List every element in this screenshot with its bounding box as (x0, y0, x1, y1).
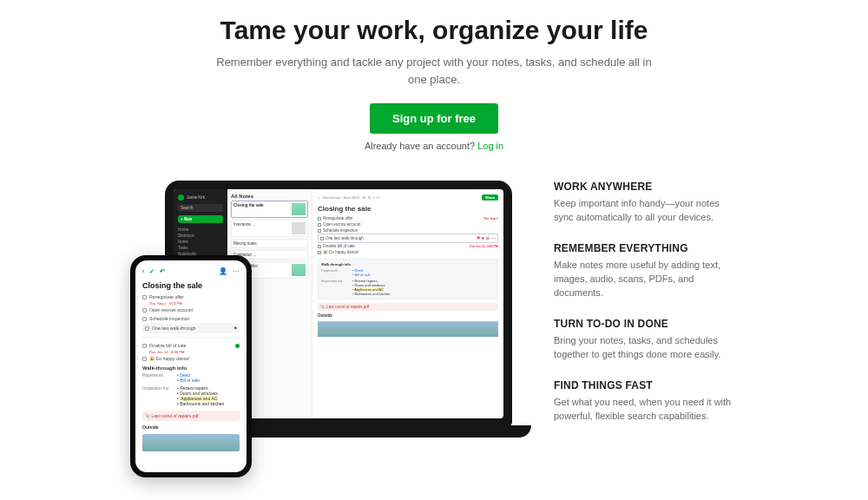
status-dot-icon (235, 344, 240, 348)
todo-text: Schedule inspection (323, 228, 358, 233)
note-thumb-icon (292, 222, 306, 234)
note-card: Insurance ... (231, 220, 308, 237)
checkbox-icon (142, 357, 147, 361)
product-mockup: Jamie Kirk Search + New Home Shortcuts N… (130, 181, 512, 467)
feature-title: WORK ANYWHERE (554, 181, 738, 193)
photo-caption: Outside (318, 313, 498, 318)
checkbox-icon (318, 229, 321, 233)
todo-text: One last walk-through (326, 236, 364, 240)
todo-text: One last walk-through (152, 326, 195, 331)
table-item: Bathrooms and kitchen (355, 292, 391, 296)
sidebar-item: Shortcuts (178, 233, 223, 239)
expand-icon: ⤢ (318, 195, 320, 200)
user-name: Jamie Kirk (187, 195, 205, 200)
hero-subtitle: Remember everything and tackle any proje… (208, 54, 660, 88)
note-card-title: Closing the sale (233, 203, 264, 207)
checkbox-icon (318, 217, 321, 220)
table-label: Inspection list (321, 279, 347, 296)
sidebar-item: Tasks (178, 245, 223, 251)
feature-block: FIND THINGS FAST Get what you need, when… (554, 379, 738, 424)
checkbox-icon (318, 223, 321, 227)
hero-section: Tame your work, organize your life Remem… (0, 0, 868, 156)
list-header: All Notes (231, 194, 308, 199)
row-item: Bill of sale (180, 378, 200, 383)
todo-text: Open escrow account (323, 222, 361, 227)
phone-note-title: Closing the sale (142, 281, 240, 290)
note-thumb-icon (292, 203, 306, 215)
attachment-name: Last round of repairs.pdf (326, 305, 369, 309)
phone-todo: 🎉 Do happy dance! (142, 354, 240, 363)
phone-photo-caption: Outside (142, 424, 240, 430)
phone-todo: Open escrow account (142, 306, 240, 314)
undo-icon: ↶ (160, 268, 165, 275)
check-icon: ✓ (149, 268, 155, 275)
walkthrough-table: Walk-through info Paperwork• Deed• Bill … (318, 259, 498, 299)
checkbox-icon (145, 326, 149, 331)
features-column: WORK ANYWHERE Keep important info handy—… (554, 181, 738, 440)
checkbox-icon (318, 251, 321, 254)
feature-body: Bring your notes, tasks, and schedules t… (554, 334, 738, 362)
todo-item: Renegotiate offerThu, Sep 2 (318, 215, 498, 221)
todo-text: Renegotiate offer (323, 216, 352, 220)
sidebar-item: Home (178, 227, 223, 233)
todo-item: Finalize bill of saleDue Jun 14, 3:30 PM (318, 243, 498, 249)
attachment-name: Last round of repairs.pdf (151, 413, 198, 418)
todo-text: Renegotiate offer (149, 294, 184, 299)
phone-screen: ‹✓↶ 👤⋯ Closing the sale Renegotiate offe… (135, 260, 247, 472)
todo-text: Finalize bill of sale (323, 244, 355, 248)
search-label: Search (181, 206, 193, 210)
feature-block: TURN TO-DO IN DONE Bring your notes, tas… (554, 318, 738, 362)
note-card: Closing the sale (231, 201, 308, 218)
table-label: Paperwork (321, 268, 347, 277)
todo-text: Finalize bill of sale (149, 343, 186, 348)
phone-todo: Finalize bill of sale (142, 341, 240, 350)
todo-text: Open escrow account (149, 307, 193, 312)
todo-item: Schedule inspection (318, 227, 498, 234)
login-link[interactable]: Log in (477, 141, 503, 151)
app-search: Search (178, 204, 223, 212)
attachment-chip: 📎 Last round of repairs.pdf (318, 303, 498, 311)
share-button: Share (482, 194, 498, 201)
editor-title: Closing the sale (318, 205, 498, 213)
walkthrough-header: Walk-through info (321, 262, 351, 266)
checkbox-icon (142, 344, 147, 348)
table-item: Bill of sale (355, 273, 371, 277)
note-card: Moving notes (231, 239, 308, 248)
back-icon: ‹ (142, 268, 144, 275)
phone-attachment: 📎 Last round of repairs.pdf (142, 411, 240, 421)
hero-title: Tame your work, organize your life (35, 16, 833, 45)
feature-block: REMEMBER EVERYTHING Make notes more usef… (554, 242, 738, 300)
login-line: Already have an account? Log in (35, 141, 833, 151)
todo-item: 🎉 Do happy dance! (318, 249, 498, 255)
sidebar-item: Notes (178, 239, 223, 245)
walkthrough-header: Walk-through info (142, 365, 240, 371)
phone-frame: ‹✓↶ 👤⋯ Closing the sale Renegotiate offe… (130, 255, 252, 477)
phone-todo: Schedule inspection (142, 314, 240, 323)
feature-title: REMEMBER EVERYTHING (554, 242, 738, 254)
todo-text: Schedule inspection (149, 316, 189, 321)
todo-item: Open escrow account (318, 221, 498, 227)
new-note-button: + New (178, 215, 223, 223)
feature-body: Keep important info handy—your notes syn… (554, 197, 738, 225)
note-thumb-icon (292, 264, 306, 276)
row-label: Inspection list (142, 385, 170, 406)
signup-button[interactable]: Sign up for free (370, 103, 498, 134)
feature-title: TURN TO-DO IN DONE (554, 318, 738, 330)
checkbox-icon (318, 245, 321, 248)
todo-item: One last walk-through⚑ ★ 🗓 ⋯ (318, 234, 498, 243)
login-prompt: Already have an account? (365, 141, 477, 151)
feature-body: Make notes more useful by adding text, i… (554, 259, 738, 300)
feature-title: FIND THINGS FAST (554, 379, 738, 391)
checkbox-icon (142, 317, 147, 321)
checkbox-icon (142, 295, 147, 299)
checkbox-icon (142, 308, 147, 312)
todo-text: 🎉 Do happy dance! (149, 356, 190, 361)
feature-block: WORK ANYWHERE Keep important info handy—… (554, 181, 738, 225)
user-icon: 👤 (219, 267, 227, 275)
phone-todo: Renegotiate offer (142, 293, 240, 301)
row-label: Paperwork (142, 372, 170, 383)
row-item: Bathrooms and kitchen (180, 401, 224, 406)
app-user: Jamie Kirk (178, 194, 223, 201)
checkbox-icon (320, 237, 324, 240)
photo-placeholder (318, 321, 498, 337)
